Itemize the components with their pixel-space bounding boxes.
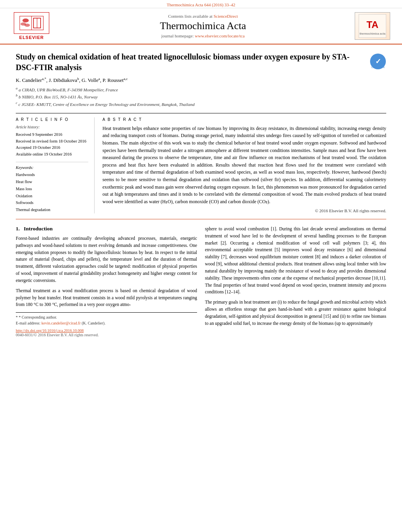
authors: K. Candeliera,*, J. Dibdiakovab, G. Voll… <box>16 77 386 83</box>
sciencedirect-line: Contents lists available at ScienceDirec… <box>51 14 355 19</box>
issn-line: 0040-6031/© 2016 Elsevier B.V. All right… <box>16 333 197 337</box>
keyword-hardwoods: Hardwoods <box>16 171 88 178</box>
ta-logo: TA thermochimica acta <box>355 12 390 40</box>
footnote-email: E-mail address: kevin.candelier@cirad.fr… <box>16 320 197 326</box>
doi-link[interactable]: http://dx.doi.org/10.1016/j.tca.2016.10.… <box>16 328 84 333</box>
journal-center: Contents lists available at ScienceDirec… <box>51 14 355 38</box>
abstract-heading: A B S T R A C T <box>102 117 386 122</box>
journal-title: Thermochimica Acta <box>51 20 355 32</box>
abstract-text: Heat treatment helps enhance some proper… <box>102 125 386 206</box>
sciencedirect-link[interactable]: ScienceDirect <box>214 14 238 19</box>
keyword-massloss: Mass loss <box>16 185 88 193</box>
elsevier-text: ELSEVIER <box>19 35 44 40</box>
keyword-softwoods: Softwoods <box>16 199 88 206</box>
intro-number: 1. <box>16 226 20 232</box>
citation-text: Thermochimica Acta 644 (2016) 33–42 <box>167 2 235 7</box>
keyword-heatflow: Heat flow <box>16 178 88 185</box>
intro-title: 1. Introduction <box>16 226 197 232</box>
elsevier-logo: ELSEVIER <box>12 12 51 40</box>
keywords-label: Keywords: <box>16 165 88 170</box>
journal-header: ELSEVIER Contents lists available at Sci… <box>0 8 402 44</box>
intro-paragraph-2: Thermal treatment as a wood modification… <box>16 287 197 308</box>
available-date: Available online 19 October 2016 <box>16 151 88 158</box>
received-revised-date: Received in revised form 18 October 2016 <box>16 138 88 145</box>
intro-paragraph-1: Forest-based industries are continually … <box>16 235 197 284</box>
elsevier-logo-box <box>14 12 49 34</box>
intro-section: 1. Introduction Forest-based industries … <box>16 226 386 337</box>
affiliations: a a CIRAD, UPR BioWooEB, F-34398 Montpel… <box>16 86 386 107</box>
keyword-thermal: Thermal degradation <box>16 206 88 213</box>
svg-point-2 <box>22 19 29 22</box>
crossmark-logo: ✓ CrossMark <box>370 53 386 70</box>
intro-paragraph-3: sphere to avoid wood combustion [1]. Dur… <box>205 226 386 296</box>
copyright-line: © 2016 Elsevier B.V. All rights reserved… <box>102 208 386 213</box>
intro-left-col: 1. Introduction Forest-based industries … <box>16 226 197 337</box>
article-info-abstract-section: A R T I C L E I N F O Article history: R… <box>16 113 386 213</box>
doi-line: http://dx.doi.org/10.1016/j.tca.2016.10.… <box>16 328 197 333</box>
intro-heading: Introduction <box>24 226 52 232</box>
footnote-section: * * Corresponding author. E-mail address… <box>16 312 197 337</box>
article-info-heading: A R T I C L E I N F O <box>16 117 88 122</box>
article-title: Study on chemical oxidation of heat trea… <box>16 52 370 73</box>
accepted-date: Accepted 19 October 2016 <box>16 145 88 151</box>
keywords-list: Hardwoods Heat flow Mass loss Oxidation … <box>16 171 88 213</box>
article-title-section: Study on chemical oxidation of heat trea… <box>16 52 386 73</box>
right-col: A B S T R A C T Heat treatment helps enh… <box>102 117 386 213</box>
section-divider <box>16 219 386 219</box>
keyword-oxidation: Oxidation <box>16 193 88 200</box>
homepage-url[interactable]: www.elsevier.com/locate/tca <box>195 33 244 38</box>
svg-text:✓: ✓ <box>375 57 381 65</box>
svg-text:CrossMark: CrossMark <box>371 66 385 69</box>
elsevier-logo-svg <box>18 14 45 32</box>
footnote-email-link[interactable]: kevin.candelier@cirad.fr <box>41 321 81 325</box>
intro-paragraph-4: The primary goals in heat treatment are … <box>205 299 386 327</box>
citation-bar: Thermochimica Acta 644 (2016) 33–42 <box>0 0 402 8</box>
divider <box>16 162 88 162</box>
left-col: A R T I C L E I N F O Article history: R… <box>16 117 95 213</box>
intro-right-col: sphere to avoid wood combustion [1]. Dur… <box>205 226 386 337</box>
svg-text:thermochimica acta: thermochimica acta <box>359 32 385 35</box>
history-entries: Received 9 September 2016 Received in re… <box>16 132 88 158</box>
footnote-corresponding: * * Corresponding author. <box>16 314 197 320</box>
article-container: Study on chemical oxidation of heat trea… <box>0 44 402 345</box>
footnote-star: * <box>16 315 19 319</box>
received-date: Received 9 September 2016 <box>16 132 88 138</box>
svg-point-4 <box>24 24 30 27</box>
history-label: Article history: <box>16 125 88 129</box>
svg-text:TA: TA <box>367 19 378 30</box>
homepage-line: journal homepage: www.elsevier.com/locat… <box>51 33 355 38</box>
